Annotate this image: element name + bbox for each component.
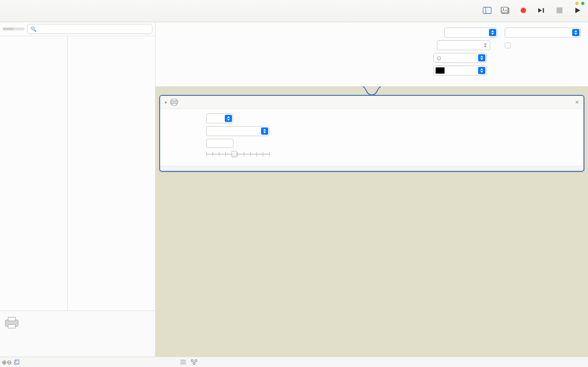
resolution-input[interactable] <box>206 139 233 148</box>
step-icon <box>536 6 546 14</box>
add-remove-icon[interactable]: ⊕⊖ <box>4 359 10 365</box>
run-button[interactable] <box>573 6 583 16</box>
svg-rect-7 <box>543 8 544 13</box>
svg-point-5 <box>521 8 526 13</box>
input-is-dropdown <box>437 40 490 50</box>
step-button[interactable] <box>536 6 546 16</box>
library-button[interactable] <box>482 6 492 16</box>
colour-dropdown[interactable] <box>433 66 487 75</box>
colour-model-dropdown[interactable] <box>206 113 233 123</box>
stop-button <box>555 6 564 16</box>
receives-current-dropdown[interactable] <box>444 28 498 38</box>
workflow-input-settings: ⊙ <box>156 22 588 87</box>
image-dropdown[interactable]: ⊙ <box>433 53 487 63</box>
receives-app-dropdown[interactable] <box>505 28 581 38</box>
format-dropdown[interactable] <box>206 126 270 136</box>
printer-icon <box>170 98 178 106</box>
svg-rect-11 <box>8 317 15 321</box>
svg-rect-8 <box>557 8 562 13</box>
connector-tab <box>156 87 588 95</box>
svg-rect-21 <box>191 360 193 362</box>
close-icon[interactable]: × <box>575 99 579 106</box>
svg-rect-23 <box>193 362 195 364</box>
search-input[interactable]: 🔍 <box>27 24 152 34</box>
action-info-panel <box>0 311 155 357</box>
sidebar-icon <box>482 6 492 14</box>
bottom-bar: ⊕⊖ <box>0 357 588 367</box>
svg-marker-6 <box>538 8 542 13</box>
action-card[interactable]: ▾ × <box>159 95 584 172</box>
compression-slider[interactable] <box>206 151 270 158</box>
search-field[interactable] <box>38 26 149 32</box>
disclosure-icon[interactable]: ▾ <box>165 100 167 105</box>
stop-icon <box>555 6 564 14</box>
svg-rect-0 <box>483 7 491 14</box>
list-view-icon[interactable] <box>180 359 186 365</box>
card-header[interactable]: ▾ × <box>160 96 583 109</box>
svg-rect-12 <box>8 325 15 328</box>
svg-rect-15 <box>172 104 176 105</box>
media-button[interactable] <box>500 6 510 16</box>
svg-point-4 <box>503 8 504 9</box>
tab-variables[interactable] <box>14 28 24 30</box>
printer-icon <box>5 315 19 330</box>
record-button[interactable] <box>518 6 528 16</box>
colour-swatch <box>436 67 445 74</box>
photos-icon <box>500 6 510 14</box>
svg-marker-9 <box>575 8 580 13</box>
tab-segments[interactable] <box>3 28 24 30</box>
stack-icon[interactable] <box>14 359 20 365</box>
play-icon <box>573 6 583 14</box>
tab-actions[interactable] <box>3 28 14 30</box>
svg-rect-3 <box>501 7 508 13</box>
flow-view-icon[interactable] <box>191 359 197 365</box>
svg-rect-14 <box>172 99 176 101</box>
record-icon <box>518 6 528 14</box>
search-icon: 🔍 <box>30 26 37 32</box>
titlebar <box>0 0 588 22</box>
svg-rect-22 <box>195 360 197 362</box>
actions-list[interactable] <box>68 36 155 311</box>
output-replaces-checkbox <box>505 42 581 48</box>
library-tree[interactable] <box>0 36 68 311</box>
